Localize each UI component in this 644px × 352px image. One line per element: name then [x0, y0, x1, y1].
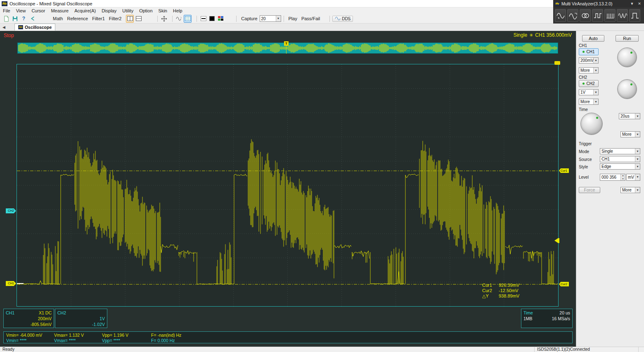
layout-split-horizontal-icon[interactable]: [135, 15, 142, 23]
trigger-mode-select[interactable]: Single▼: [600, 148, 640, 154]
pulse-train-icon[interactable]: [604, 9, 616, 22]
capture-select[interactable]: 20▼: [260, 15, 281, 22]
menu-cursor[interactable]: Cursor: [31, 8, 45, 13]
ch1-position-marker[interactable]: CH1: [6, 281, 16, 286]
tab-scroll-left-icon[interactable]: ◀: [0, 25, 7, 31]
ch1-enable-button[interactable]: CH1: [579, 48, 599, 55]
application-window: Oscilloscope - Mixed Signal Oscilloscope…: [0, 0, 644, 352]
timebase-select[interactable]: 20us▼: [619, 113, 640, 119]
ch1-info-box[interactable]: CH1X1 DC 200mV -805.56mV: [3, 309, 54, 328]
cursor2-tag[interactable]: Cur2: [559, 282, 569, 286]
reference-button[interactable]: Reference: [67, 16, 88, 21]
trigger-time-marker[interactable]: [554, 61, 560, 65]
play-button[interactable]: Play: [289, 16, 297, 21]
dense-sine-icon[interactable]: [617, 9, 628, 22]
ch1-info-name: CH1: [6, 310, 14, 316]
ch2-scale-knob[interactable]: [617, 79, 637, 99]
trigger-level-input[interactable]: 000 356 ▲▼: [600, 174, 625, 181]
menu-help[interactable]: Help: [173, 8, 182, 13]
cursor1-tag[interactable]: Cur1: [559, 168, 569, 173]
square-wave-icon[interactable]: [592, 9, 603, 22]
layout-split-vertical-icon[interactable]: [126, 15, 134, 23]
palette-icon[interactable]: [217, 15, 225, 23]
menu-utility[interactable]: Utility: [122, 8, 133, 13]
waveform-mode-icon[interactable]: [175, 15, 183, 23]
ch2-more-select[interactable]: More▼: [579, 99, 599, 105]
ch1-scale-select[interactable]: 200mV▼: [579, 57, 599, 64]
ch1-scale-knob[interactable]: [617, 47, 637, 67]
filter2-button[interactable]: Filter2: [109, 16, 122, 21]
chevron-down-icon: ▼: [276, 16, 281, 21]
toolbar: ? Math Reference Filter1 Filter2: [0, 14, 553, 24]
menu-skin[interactable]: Skin: [159, 8, 167, 13]
minimize-icon[interactable]: ▼: [629, 1, 635, 7]
ch1-more-select[interactable]: More▼: [579, 67, 599, 73]
menu-display[interactable]: Display: [102, 8, 116, 13]
cur2-value: -12.50mV: [499, 288, 519, 293]
square-pulse-icon[interactable]: [629, 9, 640, 22]
chevron-down-icon: ▼: [635, 113, 640, 119]
vmax-ch1: Vmax= 1.132 V: [54, 333, 84, 338]
trigger-source-select[interactable]: CH1▼: [600, 156, 640, 162]
trigger-level-marker[interactable]: [554, 238, 559, 243]
line-style-icon[interactable]: [199, 15, 207, 23]
background-color-icon[interactable]: [208, 15, 216, 23]
ch1-led-icon: [582, 51, 585, 53]
run-button[interactable]: Run: [616, 35, 639, 42]
chevron-down-icon: ▼: [593, 90, 598, 95]
dds-button[interactable]: DDS: [332, 16, 353, 22]
acquisition-status: Stop: [4, 33, 14, 38]
oscilloscope-wave-icon[interactable]: [555, 9, 566, 22]
ch1-offset: -805.56mV: [31, 321, 52, 327]
time-more-select[interactable]: More▼: [620, 131, 640, 137]
waveform-plot[interactable]: Cur1 Cur2: [17, 64, 559, 307]
trigger-level-unit-select[interactable]: mV▼: [626, 174, 640, 181]
trigger-star-icon: ✳: [529, 33, 533, 38]
spin-down-icon[interactable]: ▼: [621, 177, 625, 181]
xy-mode-icon[interactable]: [184, 15, 192, 23]
scope-display: Stop Single ✳ CH1 356.000mV T: [0, 31, 576, 347]
filter1-button[interactable]: Filter1: [92, 16, 105, 21]
trigger-more-select[interactable]: More▼: [620, 187, 640, 193]
analyzer-title: Multi VirAnalyzer(3.13.2.0): [561, 1, 627, 6]
trigger-position-flag[interactable]: T: [284, 41, 289, 46]
ch1-coupling: X1 DC: [39, 310, 52, 316]
pan-move-icon[interactable]: [160, 15, 168, 23]
time-section-label: Time: [579, 107, 588, 112]
trigger-source-label: Source: [579, 157, 592, 162]
knob-indicator-dot: [630, 52, 632, 54]
time-info-box[interactable]: Time20 us 1MB16 MSa/s: [521, 309, 573, 328]
menu-option[interactable]: Option: [139, 8, 152, 13]
timebase-knob[interactable]: [580, 113, 603, 135]
trigger-style-label: Style: [579, 165, 588, 169]
ch2-scale-select[interactable]: 1V▼: [579, 89, 599, 95]
analyzer-icon: [555, 1, 560, 6]
menubar: File View Cursor Measure Acquire(A) Disp…: [0, 7, 553, 14]
resize-grip: [638, 347, 644, 352]
force-button[interactable]: Force: [579, 187, 600, 193]
circle-wave-icon[interactable]: [580, 9, 591, 22]
close-icon[interactable]: ✕: [637, 1, 642, 7]
save-icon[interactable]: [11, 15, 19, 23]
auto-button[interactable]: Auto: [582, 35, 604, 42]
passfail-button[interactable]: Pass/Fail: [301, 16, 320, 21]
menu-measure[interactable]: Measure: [51, 8, 69, 13]
sine-arrow-icon[interactable]: [567, 9, 578, 22]
spin-up-icon[interactable]: ▲: [621, 174, 625, 177]
tab-oscilloscope[interactable]: Oscilloscope: [14, 24, 55, 31]
ch2-section-label: CH2: [579, 75, 587, 80]
ch2-info-box[interactable]: CH2 1V -1.02V: [55, 309, 107, 328]
math-button[interactable]: Math: [53, 16, 63, 21]
new-file-icon[interactable]: [2, 15, 10, 23]
menu-file[interactable]: File: [3, 8, 10, 13]
menu-view[interactable]: View: [16, 8, 26, 13]
chevron-down-icon: ▼: [593, 58, 598, 63]
trigger-style-select[interactable]: Edge▼: [600, 163, 640, 170]
knob-indicator-dot: [630, 83, 632, 85]
ch2-enable-button[interactable]: CH2: [579, 80, 599, 87]
back-arrow-icon[interactable]: [28, 15, 36, 23]
ch2-position-marker[interactable]: CH2: [6, 208, 16, 213]
waveform-overview-strip[interactable]: T: [17, 43, 558, 54]
help-icon[interactable]: ?: [20, 15, 28, 23]
menu-acquire[interactable]: Acquire(A): [74, 8, 96, 13]
